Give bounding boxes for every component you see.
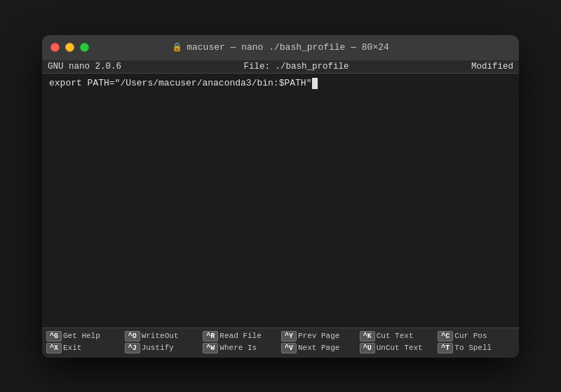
shortcut-get-help: ^G Get Help <box>46 331 123 342</box>
shortcut-exit: ^X Exit <box>46 343 123 353</box>
label-next-page: Next Page <box>298 344 339 352</box>
key-cr: ^R <box>203 331 218 342</box>
terminal-body[interactable]: GNU nano 2.0.6 File: ./bash_profile Modi… <box>42 60 519 358</box>
key-cg: ^G <box>46 331 62 342</box>
key-cx: ^X <box>46 343 62 353</box>
label-to-spell: To Spell <box>454 344 492 352</box>
key-cc: ^C <box>438 331 453 342</box>
key-cy: ^Y <box>281 331 297 342</box>
label-read-file: Read File <box>219 332 261 340</box>
close-button[interactable] <box>50 43 60 52</box>
key-cu: ^U <box>360 343 375 353</box>
key-cj: ^J <box>125 343 140 353</box>
status-bar-top: GNU nano 2.0.6 File: ./bash_profile Modi… <box>42 60 519 74</box>
key-ct: ^T <box>438 343 453 353</box>
shortcut-row-2: ^X Exit ^J Justify ^W Where Is ^V Next P… <box>46 343 515 353</box>
shortcut-prev-page: ^Y Prev Page <box>281 331 358 342</box>
label-exit: Exit <box>63 344 81 352</box>
shortcut-uncut-text: ^U UnCut Text <box>360 343 437 353</box>
label-prev-page: Prev Page <box>298 332 339 340</box>
key-ck: ^K <box>360 331 375 342</box>
key-cv: ^V <box>281 343 297 353</box>
shortcut-row-1: ^G Get Help ^O WriteOut ^R Read File ^Y … <box>46 331 515 342</box>
label-cur-pos: Cur Pos <box>454 332 487 340</box>
minimize-button[interactable] <box>65 43 74 52</box>
modified-status: Modified <box>471 62 513 72</box>
shortcut-where-is: ^W Where Is <box>203 343 280 353</box>
titlebar: 🔒 macuser — nano ./bash_profile — 80×24 <box>42 35 519 60</box>
titlebar-text: 🔒 macuser — nano ./bash_profile — 80×24 <box>172 42 389 53</box>
shortcut-bar: ^G Get Help ^O WriteOut ^R Read File ^Y … <box>42 327 519 358</box>
label-justify: Justify <box>142 344 174 352</box>
shortcut-next-page: ^V Next Page <box>281 343 358 353</box>
nano-version: GNU nano 2.0.6 <box>48 62 121 72</box>
key-co: ^O <box>125 331 140 342</box>
terminal-window: 🔒 macuser — nano ./bash_profile — 80×24 … <box>42 35 519 358</box>
label-where-is: Where Is <box>219 344 257 352</box>
shortcut-justify: ^J Justify <box>125 343 202 353</box>
file-name: File: ./bash_profile <box>243 62 349 72</box>
label-uncut-text: UnCut Text <box>377 344 423 352</box>
text-cursor <box>312 78 318 89</box>
shortcut-cur-pos: ^C Cur Pos <box>438 331 515 342</box>
label-get-help: Get Help <box>63 332 100 340</box>
shortcut-writeout: ^O WriteOut <box>125 331 202 342</box>
label-cut-text: Cut Text <box>377 332 414 340</box>
maximize-button[interactable] <box>80 43 89 52</box>
shortcut-cut-text: ^K Cut Text <box>360 331 437 342</box>
editor-content[interactable]: export PATH="/Users/macuser/anaconda3/bi… <box>42 74 519 327</box>
traffic-lights <box>50 43 89 52</box>
editor-line-1: export PATH="/Users/macuser/anaconda3/bi… <box>49 78 512 89</box>
key-cw: ^W <box>203 343 218 353</box>
shortcut-to-spell: ^T To Spell <box>438 343 515 353</box>
label-writeout: WriteOut <box>142 332 179 340</box>
window-title: macuser — nano ./bash_profile — 80×24 <box>187 42 389 53</box>
shortcut-read-file: ^R Read File <box>203 331 280 342</box>
lock-icon: 🔒 <box>172 42 182 53</box>
